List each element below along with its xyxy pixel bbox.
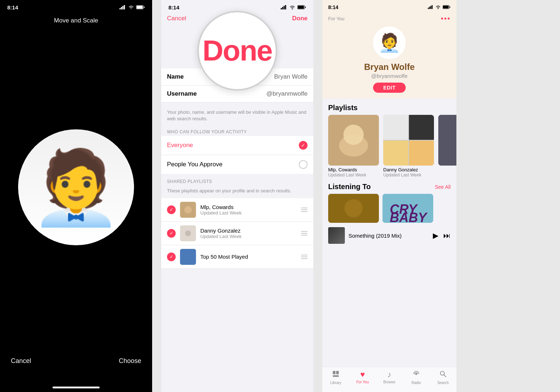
battery-icon	[443, 4, 451, 10]
tab-radio[interactable]: Radio	[403, 370, 430, 385]
phone2-playlist-row-2[interactable]: ✓ Danny Gonzalez Updated Last Week	[161, 222, 313, 245]
phone3-screen: 8:14	[322, 0, 456, 392]
svg-rect-39	[333, 375, 339, 377]
phone2-playlist-row-1[interactable]: ✓ Mlp, Cowards Updated Last Week	[161, 198, 313, 222]
play-button[interactable]: ▶	[433, 231, 438, 240]
phone3-playlist-thumb-1	[328, 115, 379, 166]
phone3-playlist-card-3[interactable]	[438, 115, 456, 178]
svg-rect-31	[438, 115, 456, 166]
playlist-info-2: Danny Gonzalez Updated Last Week	[200, 228, 297, 239]
phone1-home-indicator	[53, 387, 100, 388]
phone1-cancel-button[interactable]: Cancel	[11, 357, 31, 365]
playlist-sub-1: Updated Last Week	[200, 210, 297, 216]
phone2-people-approve-row[interactable]: People You Approve	[161, 155, 313, 174]
svg-rect-0	[120, 8, 121, 9]
svg-rect-9	[284, 6, 285, 9]
phone3-time: 8:14	[328, 4, 338, 10]
phone3-more-button[interactable]: •••	[441, 14, 451, 23]
svg-point-11	[292, 8, 293, 9]
phone2-hint: Your photo, name, and username will be v…	[161, 105, 313, 127]
phone2-everyone-radio[interactable]: ✓	[299, 141, 308, 150]
svg-rect-7	[281, 8, 282, 9]
phone2-name-value[interactable]: Bryan Wolfe	[274, 73, 308, 80]
phone2-name-label: Name	[167, 73, 184, 80]
tab-search[interactable]: Search	[430, 370, 456, 385]
svg-point-30	[343, 125, 364, 145]
playlist-thumb-1	[180, 202, 196, 218]
svg-point-41	[440, 371, 444, 375]
playlist-name-1: Mlp, Cowards	[200, 204, 297, 210]
phone3-listening-thumb-1[interactable]	[328, 194, 379, 223]
playlist-thumb-3	[180, 249, 196, 265]
phone2-playlists-list: ✓ Mlp, Cowards Updated Last Week	[161, 198, 313, 269]
phone1-time: 8:14	[7, 4, 18, 11]
phone3-tab-bar: Library ♥ For You ♪ Browse Radio	[322, 367, 456, 392]
playlist-check-2[interactable]: ✓	[167, 229, 176, 238]
svg-rect-26	[443, 6, 449, 8]
phone2-playlist-row-3[interactable]: ✓ Top 50 Most Played	[161, 245, 313, 269]
phone2-time: 8:14	[168, 4, 179, 11]
tab-library[interactable]: Library	[322, 370, 349, 385]
phone2-people-approve-radio[interactable]	[299, 160, 308, 169]
playlist-handle-2[interactable]	[301, 231, 308, 235]
svg-rect-22	[430, 6, 431, 9]
svg-rect-10	[285, 5, 286, 9]
phone2-cancel-button[interactable]: Cancel	[167, 15, 186, 22]
svg-rect-37	[333, 371, 335, 374]
phone3-header-bar: For You •••	[322, 13, 456, 23]
phone3-playlist-name-2: Danny Gonzalez	[383, 167, 434, 172]
for-you-icon: ♥	[360, 370, 365, 379]
phone3-listening-header: Listening To See All	[322, 178, 456, 194]
gap2	[315, 0, 322, 392]
tab-for-you[interactable]: ♥ For You	[349, 370, 376, 385]
svg-line-42	[444, 375, 446, 377]
wifi-icon	[435, 4, 441, 10]
browse-icon: ♪	[388, 370, 392, 379]
tab-browse[interactable]: ♪ Browse	[376, 370, 403, 385]
phone3-listening-thumb-2[interactable]: CRYBABY	[383, 194, 433, 223]
phone3-status-bar: 8:14	[322, 0, 456, 13]
phone3-user-name: Bryan Wolfe	[364, 62, 415, 72]
phone3-playlist-card-2[interactable]: Danny Gonzalez Updated Last Week	[383, 115, 434, 178]
playlist-handle-3[interactable]	[301, 255, 308, 259]
phone3-listening-row: CRYBABY	[322, 194, 456, 223]
tab-browse-label: Browse	[383, 380, 395, 384]
phone1-screen: 8:14	[0, 0, 152, 392]
library-icon	[332, 370, 340, 380]
phone2-everyone-row[interactable]: Everyone ✓	[161, 136, 313, 155]
fast-forward-button[interactable]: ⏭	[443, 232, 451, 240]
phone3-playlist-sub-2: Updated Last Week	[383, 172, 434, 178]
playlist-check-1[interactable]: ✓	[167, 205, 176, 214]
svg-rect-8	[282, 7, 283, 9]
playlist-name-2: Danny Gonzalez	[200, 228, 297, 234]
battery-icon	[136, 4, 145, 11]
now-playing-album-art	[328, 227, 345, 244]
svg-point-24	[438, 8, 439, 9]
gap1	[152, 0, 159, 392]
svg-rect-13	[298, 6, 304, 9]
phone2-wrapper: 8:14	[161, 0, 313, 392]
svg-point-16	[184, 206, 192, 213]
phone3-edit-button[interactable]: EDIT	[373, 83, 406, 93]
phone3-playlist-card-1[interactable]: Mlp, Cowards Updated Last Week	[328, 115, 379, 178]
phone3-for-you-label: For You	[328, 16, 344, 21]
playlist-info-1: Mlp, Cowards Updated Last Week	[200, 204, 297, 216]
playlist-check-3[interactable]: ✓	[167, 253, 176, 261]
svg-rect-20	[428, 8, 429, 9]
phone3-profile-section: 🧑‍💼 Bryan Wolfe @bryanmwolfe EDIT	[322, 23, 456, 99]
phone3-playlist-name-1: Mlp, Cowards	[328, 167, 379, 172]
signal-icon	[281, 4, 287, 11]
tab-search-label: Search	[437, 381, 449, 385]
phone3-now-playing-bar: Something (2019 Mix) ▶ ⏭	[322, 223, 456, 248]
phone2-username-value[interactable]: @bryanmwolfe	[266, 90, 308, 97]
svg-rect-27	[450, 7, 450, 8]
now-playing-controls: ▶ ⏭	[433, 231, 451, 240]
svg-rect-1	[121, 7, 122, 9]
svg-rect-19	[180, 249, 196, 265]
phone3-see-all-button[interactable]: See All	[435, 184, 451, 190]
phone3-content-area: Playlists Mlp, Cowards Updated Last Week	[322, 99, 456, 367]
svg-rect-6	[144, 7, 145, 8]
phone1-choose-button[interactable]: Choose	[119, 357, 141, 365]
phone2-done-button[interactable]: Done	[292, 15, 308, 22]
playlist-handle-1[interactable]	[301, 208, 308, 212]
